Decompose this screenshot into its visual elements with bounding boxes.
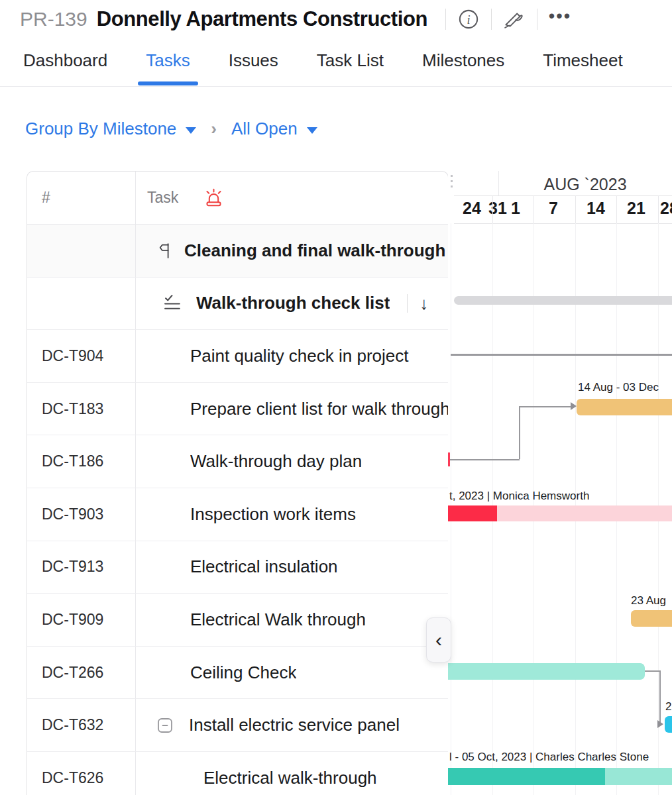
- gantt-header-line: [454, 223, 672, 224]
- divider: [407, 294, 408, 313]
- status-filter-dropdown[interactable]: All Open: [231, 119, 317, 139]
- gantt-week-date: 1: [511, 199, 520, 218]
- milestone-name: Cleaning and final walk-through: [184, 240, 445, 261]
- parent-task-row[interactable]: DC-T632 Install electric service panel: [27, 699, 448, 752]
- task-name: Ceiling Check: [190, 662, 296, 683]
- week-gridline: [658, 195, 659, 223]
- more-options-icon[interactable]: •••: [547, 7, 573, 32]
- task-row[interactable]: DC-T903 Inspection work items: [27, 488, 448, 541]
- task-id-cell: DC-T903: [27, 488, 136, 541]
- task-name: Electrical Walk through: [190, 610, 366, 630]
- tasklist-row[interactable]: Walk-through check list ↓: [27, 278, 448, 331]
- dependency-line: [519, 407, 520, 459]
- dependency-line: [451, 354, 672, 356]
- task-bar-dc-t626-progress[interactable]: [448, 768, 605, 785]
- table-header-row: # Task: [27, 172, 448, 225]
- tab-milestones[interactable]: Milestones: [422, 50, 504, 85]
- task-bar-dc-t266[interactable]: [448, 663, 645, 680]
- tab-task-list[interactable]: Task List: [317, 50, 384, 85]
- bar-date-label: l - 05 Oct, 2023 | Charles Charles Stone: [449, 751, 649, 764]
- divider: [0, 86, 672, 87]
- week-gridline: [492, 195, 493, 223]
- milestone-flag-icon: [157, 242, 175, 260]
- task-id-cell: [27, 278, 136, 330]
- dependency-line: [449, 459, 520, 460]
- task-name: Walk-through day plan: [190, 451, 362, 472]
- divider: [491, 9, 492, 30]
- tasklist-checklist-icon: [164, 294, 183, 312]
- bar-date-label: 2: [665, 700, 671, 714]
- project-id: PR-139: [20, 8, 87, 30]
- task-id-cell: [27, 225, 136, 277]
- page-title: Donnelly Apartments Construction: [97, 7, 427, 31]
- task-id-cell: DC-T626: [27, 752, 136, 795]
- bar-date-label: 23 Aug: [631, 594, 666, 608]
- gantt-month-label: AUG `2023: [498, 175, 672, 194]
- task-bar-dc-t632[interactable]: [665, 716, 672, 733]
- gantt-week-date: 31: [488, 199, 507, 218]
- collapse-subtasks-icon[interactable]: [157, 717, 173, 733]
- group-by-label: Group By Milestone: [25, 119, 176, 139]
- tab-issues[interactable]: Issues: [229, 50, 278, 85]
- task-id-cell: DC-T186: [27, 435, 136, 488]
- task-name: Inspection work items: [190, 504, 356, 525]
- dependency-arrow-icon: [657, 720, 663, 728]
- week-gridline: [533, 195, 534, 223]
- tasklist-name: Walk-through check list: [196, 293, 390, 313]
- task-bar-dc-t626[interactable]: [605, 768, 672, 785]
- group-by-dropdown[interactable]: Group By Milestone: [25, 119, 196, 139]
- task-bar-dc-t909[interactable]: [631, 610, 672, 627]
- task-name: Prepare client list for walk through: [190, 399, 448, 419]
- task-bar-dc-t903[interactable]: [497, 505, 672, 521]
- task-bar-dc-t186[interactable]: [448, 452, 450, 466]
- month-divider: [498, 171, 499, 195]
- dependency-line: [659, 670, 661, 724]
- task-row[interactable]: DC-T904 Paint quality check in project: [27, 330, 448, 383]
- gantt-week-date: 7: [549, 199, 558, 218]
- task-id-cell: DC-T913: [27, 541, 136, 594]
- task-row[interactable]: DC-T913 Electrical insulation: [27, 541, 448, 594]
- task-name: Install electric service panel: [189, 715, 400, 735]
- milestone-row[interactable]: Cleaning and final walk-through: [27, 225, 448, 278]
- task-id-cell: DC-T904: [27, 330, 136, 382]
- gantt-timeline: AUG `2023 24 31 1 7 14 21 28 14 Aug - 03…: [448, 171, 672, 795]
- task-bar-dc-t183[interactable]: [577, 399, 672, 415]
- bar-date-label: 14 Aug - 03 Dec: [578, 381, 659, 394]
- task-row[interactable]: DC-T266 Ceiling Check: [27, 647, 448, 700]
- signature-pen-icon[interactable]: [502, 7, 527, 32]
- task-id-cell: DC-T266: [27, 647, 136, 699]
- module-tabs: Dashboard Tasks Issues Task List Milesto…: [23, 50, 623, 85]
- filter-bar: Group By Milestone › All Open: [25, 119, 317, 139]
- gantt-header-line: [454, 195, 672, 196]
- week-gridline: [616, 195, 617, 223]
- week-gridline: [575, 195, 576, 223]
- dependency-line: [519, 406, 571, 407]
- tab-timesheet[interactable]: Timesheet: [543, 50, 622, 85]
- task-row[interactable]: DC-T183 Prepare client list for walk thr…: [27, 383, 448, 436]
- task-row[interactable]: DC-T909 Electrical Walk through: [27, 594, 448, 647]
- task-bar-dc-t903-progress[interactable]: [448, 505, 497, 521]
- column-resize-handle-icon[interactable]: [451, 175, 453, 189]
- gantt-week-date: 14: [587, 199, 605, 218]
- project-header: PR-139 Donnelly Apartments Construction …: [20, 7, 573, 32]
- project-gantt-page: PR-139 Donnelly Apartments Construction …: [0, 0, 672, 795]
- task-row[interactable]: DC-T186 Walk-through day plan: [27, 435, 448, 488]
- gantt-week-date: 24: [463, 199, 481, 218]
- tab-dashboard[interactable]: Dashboard: [23, 50, 107, 85]
- tasklist-summary-bar[interactable]: [454, 296, 672, 305]
- jump-to-bar-icon[interactable]: ↓: [420, 295, 428, 312]
- header-actions: i •••: [435, 7, 573, 32]
- task-id-cell: DC-T632: [27, 699, 136, 751]
- collapse-table-button[interactable]: ‹: [426, 617, 451, 662]
- column-header-task: Task: [147, 189, 178, 207]
- tab-tasks[interactable]: Tasks: [146, 50, 190, 85]
- info-icon[interactable]: i: [456, 7, 481, 32]
- task-name: Paint quality check in project: [190, 346, 409, 366]
- alarm-siren-icon[interactable]: [205, 188, 223, 207]
- chevron-left-icon: ‹: [435, 629, 442, 651]
- task-name: Electrical walk-through: [203, 768, 377, 788]
- subtask-row[interactable]: DC-T626 Electrical walk-through: [27, 752, 448, 795]
- svg-text:i: i: [467, 13, 470, 26]
- gantt-week-date: 28: [660, 199, 672, 218]
- gantt-week-date: 21: [627, 199, 645, 218]
